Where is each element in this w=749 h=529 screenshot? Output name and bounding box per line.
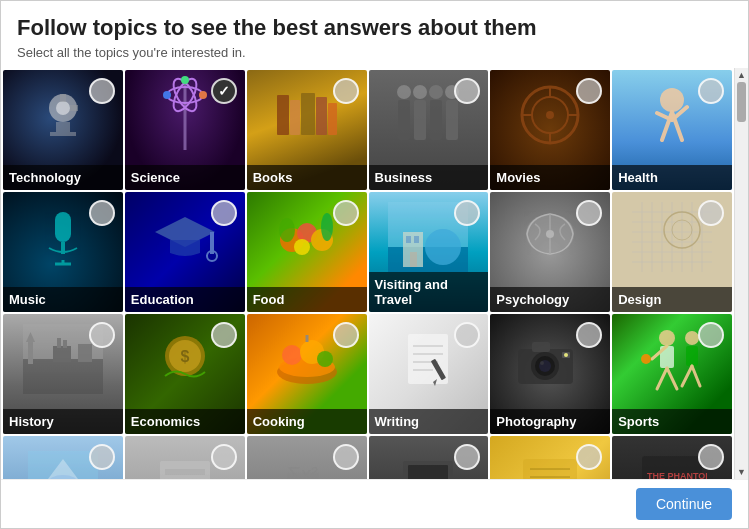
topic-row4-2[interactable] (125, 436, 245, 479)
design-select[interactable] (698, 200, 724, 226)
svg-line-113 (667, 368, 677, 389)
svg-rect-123 (165, 469, 205, 475)
svg-rect-17 (328, 103, 337, 135)
svg-rect-15 (301, 93, 315, 135)
topic-music[interactable]: Music (3, 192, 123, 312)
svg-point-107 (564, 353, 568, 357)
scroll-thumb[interactable] (737, 82, 746, 122)
svg-point-91 (317, 351, 333, 367)
svg-point-22 (397, 85, 411, 99)
scroll-up-arrow[interactable]: ▲ (735, 68, 749, 82)
svg-rect-128 (408, 465, 448, 479)
svg-rect-2 (50, 132, 76, 136)
svg-point-10 (199, 91, 207, 99)
svg-rect-19 (414, 100, 426, 140)
psychology-select[interactable] (576, 200, 602, 226)
health-select[interactable] (698, 78, 724, 104)
svg-rect-13 (277, 95, 289, 135)
education-select[interactable] (211, 200, 237, 226)
topic-row4-6[interactable]: THE PHANTOM PAIN (612, 436, 732, 479)
svg-point-12 (181, 76, 189, 84)
r4c3-select[interactable] (333, 444, 359, 470)
svg-rect-1 (56, 122, 70, 132)
topic-row4-5[interactable] (490, 436, 610, 479)
topic-row4-4[interactable] (369, 436, 489, 479)
food-label: Food (247, 287, 367, 312)
svg-rect-82 (63, 340, 67, 348)
svg-point-49 (321, 213, 333, 241)
cooking-label: Cooking (247, 409, 367, 434)
svg-text:∑x²: ∑x² (287, 463, 318, 479)
svg-rect-14 (290, 100, 300, 135)
sports-label: Sports (612, 409, 732, 434)
svg-rect-38 (55, 212, 71, 242)
topic-visiting[interactable]: Visiting and Travel (369, 192, 489, 312)
topic-science[interactable]: Science (125, 70, 245, 190)
business-label: Business (369, 165, 489, 190)
svg-rect-80 (53, 346, 71, 362)
svg-point-11 (163, 91, 171, 99)
topic-business[interactable]: Business (369, 70, 489, 190)
photography-select[interactable] (576, 322, 602, 348)
r4c6-select[interactable] (698, 444, 724, 470)
svg-rect-18 (398, 100, 410, 140)
topic-psychology[interactable]: Psychology (490, 192, 610, 312)
topic-design[interactable]: Design (612, 192, 732, 312)
topic-sports[interactable]: Sports (612, 314, 732, 434)
svg-point-53 (425, 229, 461, 265)
topic-education[interactable]: Education (125, 192, 245, 312)
topics-grid: Technology Science (1, 68, 734, 479)
topic-photography[interactable]: Photography (490, 314, 610, 434)
r4c1-select[interactable] (89, 444, 115, 470)
economics-select[interactable] (211, 322, 237, 348)
scroll-track[interactable] (735, 82, 748, 465)
footer: Continue (1, 479, 748, 528)
content-area: Technology Science (1, 68, 748, 479)
svg-rect-55 (406, 236, 411, 243)
header: Follow topics to see the best answers ab… (1, 1, 748, 68)
topic-movies[interactable]: Movies (490, 70, 610, 190)
music-select[interactable] (89, 200, 115, 226)
svg-rect-21 (446, 100, 458, 140)
history-select[interactable] (89, 322, 115, 348)
topic-writing[interactable]: Writing (369, 314, 489, 434)
svg-rect-76 (23, 359, 103, 394)
svg-rect-5 (70, 105, 78, 111)
r4c2-select[interactable] (211, 444, 237, 470)
svg-point-89 (282, 345, 302, 365)
svg-point-111 (641, 354, 651, 364)
topic-history[interactable]: History (3, 314, 123, 434)
science-select[interactable] (211, 78, 237, 104)
scroll-down-arrow[interactable]: ▼ (735, 465, 749, 479)
movies-select[interactable] (576, 78, 602, 104)
topic-economics[interactable]: $ Economics (125, 314, 245, 434)
topic-row4-3[interactable]: ∑x² (247, 436, 367, 479)
svg-point-108 (659, 330, 675, 346)
svg-text:THE PHANTOM: THE PHANTOM (647, 471, 707, 479)
svg-text:$: $ (180, 348, 189, 365)
technology-select[interactable] (89, 78, 115, 104)
food-select[interactable] (333, 200, 359, 226)
visiting-label: Visiting and Travel (369, 272, 489, 312)
topic-technology[interactable]: Technology (3, 70, 123, 190)
svg-point-114 (685, 331, 699, 345)
svg-rect-20 (430, 100, 442, 140)
svg-point-28 (546, 111, 554, 119)
topic-food[interactable]: Food (247, 192, 367, 312)
topic-books[interactable]: Books (247, 70, 367, 190)
topic-row4-1[interactable] (3, 436, 123, 479)
history-label: History (3, 409, 123, 434)
continue-button[interactable]: Continue (636, 488, 732, 520)
scrollbar[interactable]: ▲ ▼ (734, 68, 748, 479)
economics-label: Economics (125, 409, 245, 434)
movies-label: Movies (490, 165, 610, 190)
page-title: Follow topics to see the best answers ab… (17, 15, 732, 41)
topic-cooking[interactable]: Cooking (247, 314, 367, 434)
sports-select[interactable] (698, 322, 724, 348)
books-select[interactable] (333, 78, 359, 104)
topic-health[interactable]: Health (612, 70, 732, 190)
cooking-select[interactable] (333, 322, 359, 348)
r4c5-select[interactable] (576, 444, 602, 470)
svg-point-24 (429, 85, 443, 99)
svg-point-50 (294, 239, 310, 255)
